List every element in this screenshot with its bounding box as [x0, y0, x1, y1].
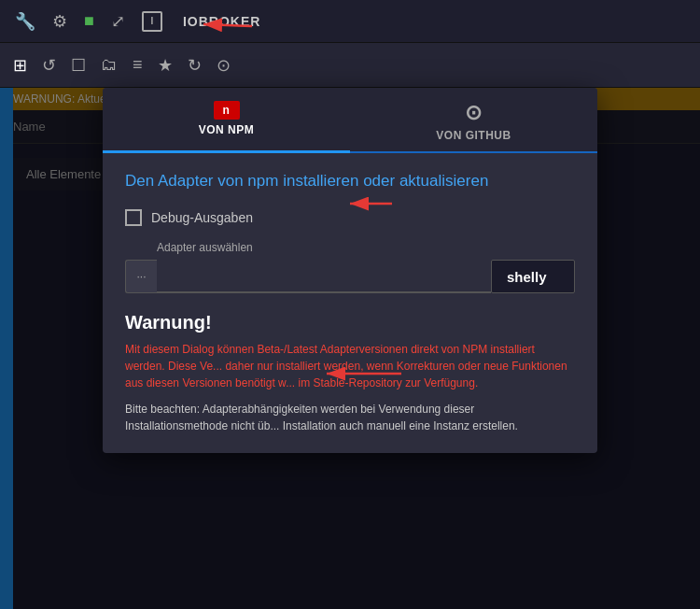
iobroker-logo: I [142, 11, 162, 32]
modal-overlay: n VON NPM ⊙ VON GITHUB Den Adapter von n… [0, 88, 700, 609]
github-toolbar-icon[interactable]: ⊙ [217, 55, 231, 76]
debug-checkbox[interactable] [125, 209, 142, 226]
star-icon[interactable]: ★ [158, 55, 173, 76]
modal-title: Den Adapter von npm installieren oder ak… [125, 172, 575, 191]
warning-title: Warnung! [125, 312, 575, 333]
warning-text-normal: Bitte beachten: Adapterabhängigkeiten we… [125, 401, 575, 434]
tab-github-label: VON GITHUB [436, 129, 511, 142]
top-bar: 🔧 ⚙ ■ ⤢ I IOBROKER [0, 0, 700, 43]
plug-icon[interactable]: ■ [84, 11, 94, 31]
modal: n VON NPM ⊙ VON GITHUB Den Adapter von n… [103, 88, 597, 453]
file-icon[interactable]: ☐ [71, 55, 86, 76]
list-icon[interactable]: ≡ [133, 55, 143, 75]
modal-content: Den Adapter von npm installieren oder ak… [103, 153, 597, 453]
npm-icon: n [214, 101, 240, 120]
tab-npm-label: VON NPM [199, 123, 255, 136]
debug-checkbox-row: Debug-Ausgaben [125, 209, 575, 226]
adapter-value: shelly [491, 260, 575, 293]
tab-npm[interactable]: n VON NPM [103, 88, 350, 153]
modal-tabs: n VON NPM ⊙ VON GITHUB [103, 88, 597, 153]
grid-icon[interactable]: ⊞ [13, 55, 27, 76]
github-icon: ⊙ [465, 101, 483, 125]
adapter-select-label: Adapter auswählen [157, 241, 575, 254]
toolbar: ⊞ ↺ ☐ 🗂 ≡ ★ ↻ ⊙ [0, 43, 700, 88]
logo-letter: I [150, 16, 153, 26]
debug-label: Debug-Ausgaben [151, 210, 253, 225]
app-title: IOBROKER [183, 14, 260, 29]
adapter-input-row: ··· shelly [125, 260, 575, 293]
warning-text-red: Mit diesem Dialog können Beta-/Latest Ad… [125, 341, 575, 391]
folder-icon[interactable]: 🗂 [101, 55, 118, 75]
warning-section: Warnung! Mit diesem Dialog können Beta-/… [125, 312, 575, 434]
wrench-icon[interactable]: 🔧 [15, 11, 35, 32]
gear-icon[interactable]: ⚙ [52, 11, 67, 32]
move-icon[interactable]: ⤢ [111, 11, 125, 32]
tab-github[interactable]: ⊙ VON GITHUB [350, 88, 597, 151]
input-prefix-icon: ··· [125, 260, 157, 293]
update-icon[interactable]: ↻ [188, 55, 202, 76]
adapter-input[interactable] [157, 260, 491, 293]
refresh-icon[interactable]: ↺ [42, 55, 56, 76]
